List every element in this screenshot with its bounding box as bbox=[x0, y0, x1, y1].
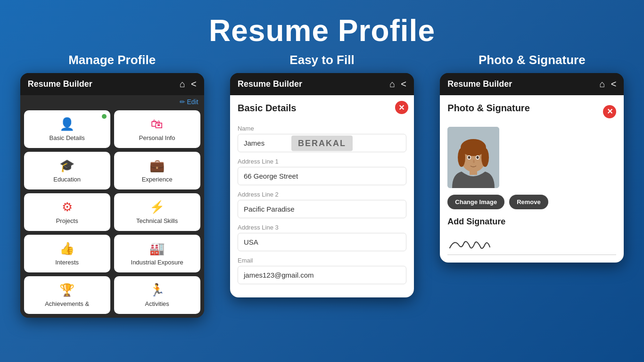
change-image-button[interactable]: Change Image bbox=[447, 195, 504, 209]
svg-point-5 bbox=[458, 148, 465, 167]
address2-label: Address Line 2 bbox=[238, 191, 406, 198]
achievements-label: Achievements & bbox=[45, 300, 89, 307]
address2-field-section: Address Line 2 Pacific Paradise bbox=[238, 191, 406, 218]
signature-svg bbox=[447, 234, 495, 253]
person-photo bbox=[447, 127, 499, 188]
share-icon-2[interactable]: < bbox=[401, 79, 406, 90]
phone1-body: ✏ Edit 👤 Basic Details 🛍 Personal Info bbox=[20, 95, 204, 318]
education-icon: 🎓 bbox=[59, 158, 74, 173]
phone3-header: Resume Builder ⌂ < bbox=[440, 73, 624, 95]
svg-point-6 bbox=[481, 148, 489, 167]
remove-button[interactable]: Remove bbox=[509, 195, 548, 209]
active-dot bbox=[102, 114, 107, 119]
phone3-app-name: Resume Builder bbox=[447, 79, 512, 89]
technical-skills-icon: ⚡ bbox=[149, 200, 165, 214]
photo-signature-column: Photo & Signature Resume Builder ⌂ < Pho… bbox=[434, 53, 630, 263]
address1-input[interactable]: 66 George Street bbox=[238, 167, 406, 185]
home-icon-3[interactable]: ⌂ bbox=[600, 79, 605, 90]
close-button-3[interactable]: ✕ bbox=[603, 105, 616, 118]
address1-label: Address Line 1 bbox=[238, 158, 406, 165]
phone3-body: Photo & Signature ✕ bbox=[440, 95, 624, 263]
photo-buttons: Change Image Remove bbox=[447, 195, 616, 209]
personal-info-icon: 🛍 bbox=[151, 117, 163, 132]
svg-point-10 bbox=[477, 156, 479, 159]
activities-label: Activities bbox=[145, 300, 169, 307]
education-label: Education bbox=[53, 176, 81, 183]
address3-field-section: Address Line 3 USA bbox=[238, 224, 406, 251]
email-label: Email bbox=[238, 257, 406, 264]
personal-info-label: Personal Info bbox=[139, 134, 175, 141]
phone1-header: Resume Builder ⌂ < bbox=[20, 73, 204, 95]
projects-icon: ⚙ bbox=[62, 200, 73, 214]
activities-icon: 🏃 bbox=[149, 283, 165, 297]
home-icon-2[interactable]: ⌂ bbox=[389, 79, 395, 90]
projects-label: Projects bbox=[56, 217, 78, 224]
home-icon[interactable]: ⌂ bbox=[180, 79, 185, 90]
photo-signature-title: Photo & Signature bbox=[479, 53, 586, 67]
menu-item-interests[interactable]: 👍 Interests bbox=[24, 235, 110, 272]
phone1-header-icons: ⌂ < bbox=[180, 79, 197, 90]
phone3-header-icons: ⌂ < bbox=[600, 79, 617, 90]
phone2-header-icons: ⌂ < bbox=[389, 79, 406, 90]
phone2-app-name: Resume Builder bbox=[238, 79, 302, 89]
address2-input[interactable]: Pacific Paradise bbox=[238, 200, 406, 218]
address1-field-section: Address Line 1 66 George Street bbox=[238, 158, 406, 185]
technical-skills-label: Technical Skills bbox=[136, 217, 178, 224]
phone2-header: Resume Builder ⌂ < bbox=[230, 73, 414, 95]
menu-item-industrial-exposure[interactable]: 🏭 Industrial Exposure bbox=[114, 235, 200, 272]
columns-container: Manage Profile Resume Builder ⌂ < ✏ Edit… bbox=[0, 53, 644, 318]
edit-bar: ✏ Edit bbox=[20, 95, 204, 108]
easy-to-fill-title: Easy to Fill bbox=[289, 53, 354, 67]
email-input[interactable]: james123@gmail.com bbox=[238, 266, 406, 284]
share-icon[interactable]: < bbox=[191, 79, 197, 90]
experience-icon: 💼 bbox=[149, 158, 165, 173]
address3-input[interactable]: USA bbox=[238, 233, 406, 251]
manage-profile-column: Manage Profile Resume Builder ⌂ < ✏ Edit… bbox=[14, 53, 210, 318]
share-icon-3[interactable]: < bbox=[611, 79, 617, 90]
edit-button[interactable]: ✏ Edit bbox=[180, 98, 198, 106]
name-input[interactable]: James bbox=[238, 134, 406, 152]
photo-placeholder bbox=[447, 127, 499, 188]
menu-item-experience[interactable]: 💼 Experience bbox=[114, 152, 200, 189]
signature-area[interactable] bbox=[447, 231, 616, 255]
page-title: Resume Profile bbox=[209, 13, 435, 48]
basic-details-icon: 👤 bbox=[59, 117, 74, 132]
menu-item-projects[interactable]: ⚙ Projects bbox=[24, 193, 110, 231]
basic-details-label: Basic Details bbox=[50, 134, 85, 141]
interests-icon: 👍 bbox=[59, 241, 74, 256]
easy-to-fill-column: Easy to Fill Resume Builder ⌂ < Basic De… bbox=[224, 53, 420, 297]
interests-label: Interests bbox=[55, 259, 79, 266]
photo-signature-phone: Resume Builder ⌂ < Photo & Signature ✕ bbox=[440, 73, 624, 263]
achievements-icon: 🏆 bbox=[59, 283, 74, 297]
manage-profile-title: Manage Profile bbox=[68, 53, 156, 67]
menu-grid: 👤 Basic Details 🛍 Personal Info 🎓 Educat… bbox=[20, 108, 204, 318]
menu-item-activities[interactable]: 🏃 Activities bbox=[114, 276, 200, 314]
email-field-section: Email james123@gmail.com bbox=[238, 257, 406, 284]
menu-item-achievements[interactable]: 🏆 Achievements & bbox=[24, 276, 110, 314]
svg-point-9 bbox=[468, 156, 471, 159]
menu-item-education[interactable]: 🎓 Education bbox=[24, 152, 110, 189]
photo-sig-section-title: Photo & Signature bbox=[447, 103, 529, 114]
name-field-section: Name James BERAKAL bbox=[238, 125, 406, 152]
close-button[interactable]: ✕ bbox=[395, 101, 408, 114]
phone2-body: Basic Details ✕ Name James BERAKAL Addre… bbox=[230, 95, 414, 297]
form-title: Basic Details bbox=[238, 103, 297, 114]
easy-to-fill-phone: Resume Builder ⌂ < Basic Details ✕ Name … bbox=[230, 73, 414, 297]
menu-item-personal-info[interactable]: 🛍 Personal Info bbox=[114, 110, 200, 148]
industrial-exposure-label: Industrial Exposure bbox=[131, 259, 183, 266]
add-signature-title: Add Signature bbox=[447, 217, 616, 227]
menu-item-technical-skills[interactable]: ⚡ Technical Skills bbox=[114, 193, 200, 231]
name-label: Name bbox=[238, 125, 406, 132]
address3-label: Address Line 3 bbox=[238, 224, 406, 231]
menu-item-basic-details[interactable]: 👤 Basic Details bbox=[24, 110, 110, 148]
manage-profile-phone: Resume Builder ⌂ < ✏ Edit 👤 Basic Detail… bbox=[20, 73, 204, 318]
industrial-exposure-icon: 🏭 bbox=[149, 241, 165, 256]
experience-label: Experience bbox=[142, 176, 173, 183]
phone1-app-name: Resume Builder bbox=[28, 79, 92, 89]
